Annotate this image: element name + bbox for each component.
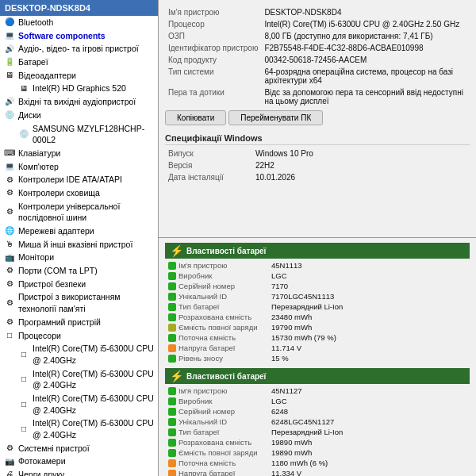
battery-field-value: LGC <box>268 396 290 406</box>
tree-item[interactable]: 📷Фотокамери <box>0 455 158 468</box>
orange-status-icon <box>168 459 176 467</box>
battery-label-text: Тип батареї <box>178 428 220 436</box>
info-value: 8,00 ГБ (доступно для використання: 7,41… <box>261 30 470 42</box>
tree-item[interactable]: 🖱Миша й інші вказівні пристрої <box>0 238 158 251</box>
tree-item[interactable]: 💿Диски <box>0 109 158 122</box>
battery1-table: Ім'я пристрою45N1113ВиробникLGCСерійний … <box>165 260 470 363</box>
tree-item-label: Software components <box>18 30 106 42</box>
audio-icon: 🔊 <box>3 44 16 55</box>
tree-item[interactable]: 🖥Intel(R) HD Graphics 520 <box>0 82 158 95</box>
tree-item[interactable]: ⚙Контролери універсальної послідовної ши… <box>0 200 158 225</box>
battery-row: Унікальний ID6248LGC45N1127 <box>165 416 470 427</box>
tree-item-label: Intel(R) Core(TM) i5-6300U CPU @ 2.40GHz <box>33 393 158 416</box>
info-value: Відс за допомогою пера та сенсорний ввід… <box>261 86 470 107</box>
tree-item-label: Черги друку <box>18 469 64 476</box>
gear-icon: ⚙ <box>3 175 16 186</box>
disk-icon: 💿 <box>3 109 16 121</box>
tree-item[interactable]: ⚙Системні пристрої <box>0 442 158 455</box>
перейменувати-пк-button[interactable]: Перейменувати ПК <box>228 110 323 125</box>
battery-row: Ємність повної заряди19790 mWh <box>165 322 470 332</box>
tree-item[interactable]: ⚙Програмний пристрій <box>0 316 158 329</box>
tree-item-label: Фотокамери <box>18 455 66 467</box>
tree-item-label: Процесори <box>18 330 61 342</box>
battery2-section: ⚡ Властивості батареї Ім'я пристрою45N11… <box>165 368 470 476</box>
tree-item-label: Пристрої безпеки <box>18 278 86 290</box>
battery-field-label: Тип батареї <box>165 301 268 312</box>
tree-item-label: Intel(R) HD Graphics 520 <box>33 83 126 94</box>
battery-field-label: Виробник <box>165 396 268 406</box>
tree-item[interactable]: ⚙Контролери IDE ATA/ATAPI <box>0 173 158 186</box>
windows-info-value: 10.01.2026 <box>252 171 470 183</box>
battery-row: Тип батареїПерезарядний Li-Ion <box>165 427 470 437</box>
tree-item[interactable]: ⌨Клавіатури <box>0 147 158 160</box>
tree-item[interactable]: ⚙Пристрої з використанням технології пам… <box>0 290 158 315</box>
device-manager-tree[interactable]: DESKTOP-NDSK8D4 🔵Bluetooth💻Software comp… <box>0 0 159 476</box>
tree-item-label: Системні пристрої <box>18 443 90 455</box>
tree-item[interactable]: ⚙Пристрої безпеки <box>0 278 158 291</box>
battery-field-label: Ємність повної заряди <box>165 322 268 332</box>
tree-item[interactable]: □Intel(R) Core(TM) i5-6300U CPU @ 2.40GH… <box>0 367 158 392</box>
battery-label-text: Виробник <box>178 271 212 280</box>
tree-item[interactable]: 🔊Вхідні та вихідні аудіопристрої <box>0 95 158 109</box>
battery-field-label: Рівень зносу <box>165 353 268 363</box>
battery-label-text: Виробник <box>178 397 212 405</box>
info-label: Ідентифікатор пристрою <box>165 42 261 54</box>
battery-field-label: Напруга батареї <box>165 343 268 353</box>
battery-field-value: 19790 mWh <box>268 322 315 332</box>
green-status-icon <box>168 313 176 321</box>
battery-field-value: 15730 mWh (79 %) <box>268 332 340 343</box>
battery-field-value: 7170LGC45N1113 <box>268 291 337 301</box>
tree-item[interactable]: 🔵Bluetooth <box>0 16 158 29</box>
tree-item[interactable]: 🔊Аудіо-, відео- та ігрові пристрої <box>0 42 158 56</box>
proc-icon: □ <box>17 349 30 360</box>
battery-row: Ємність повної заряди19890 mWh <box>165 447 470 458</box>
battery-field-label: Ім'я пристрою <box>165 260 268 271</box>
tree-item[interactable]: 📺Монітори <box>0 251 158 264</box>
info-row: Код продукту00342-50618-72456-AACEM <box>165 54 470 66</box>
green-status-icon <box>168 387 176 395</box>
info-value: 64-розрядна операційна система, процесор… <box>261 66 470 86</box>
battery-row: Серійний номер6248 <box>165 406 470 416</box>
battery-label-text: Ємність повної заряди <box>178 323 258 332</box>
tree-item[interactable]: □Intel(R) Core(TM) i5-6300U CPU @ 2.40GH… <box>0 416 158 441</box>
windows-section-title: Специфікації Windows <box>165 133 470 145</box>
tree-item[interactable]: □Intel(R) Core(TM) i5-6300U CPU @ 2.40GH… <box>0 342 158 367</box>
network-icon: 🌐 <box>3 225 16 236</box>
battery1-header: ⚡ Властивості батареї <box>165 243 470 259</box>
tree-item[interactable]: □Процесори <box>0 329 158 343</box>
battery-row: Поточна ємність15730 mWh (79 %) <box>165 332 470 343</box>
monitor-icon: 📺 <box>3 252 16 263</box>
bt-icon: 🔵 <box>3 17 16 28</box>
tree-item[interactable]: 💿SAMSUNG MZYLF128HCHP-000L2 <box>0 122 158 147</box>
tree-item[interactable]: 🖥Відеоадаптери <box>0 69 158 83</box>
battery-field-label: Напруга батареї <box>165 468 268 476</box>
battery-field-value: 7170 <box>268 281 291 291</box>
battery-field-value: LGC <box>268 271 290 281</box>
battery-field-label: Ємність повної заряди <box>165 447 268 458</box>
tree-item[interactable]: 💻Комп'ютер <box>0 160 158 174</box>
battery-field-value: Перезарядний Li-Ion <box>268 301 346 312</box>
mouse-icon: 🖱 <box>3 239 16 250</box>
battery-row: Рівень зносу15 % <box>165 353 470 363</box>
tree-item[interactable]: ⚙Порти (COM та LPT) <box>0 264 158 278</box>
tree-item-label: Пристрої з використанням технології пам'… <box>18 291 158 314</box>
tree-item[interactable]: ⚙Контролери сховища <box>0 186 158 200</box>
tree-item[interactable]: 🖨Черги друку <box>0 468 158 476</box>
tree-item[interactable]: 🔋Батареї <box>0 56 158 69</box>
battery-field-value: 23480 mWh <box>268 312 315 322</box>
gear-icon: ⚙ <box>3 298 16 309</box>
system-info-table: Ім'я пристроюDESKTOP-NDSK8D4ПроцесорInte… <box>165 6 470 107</box>
копіювати-button[interactable]: Копіювати <box>165 110 226 125</box>
battery-label-text: Ім'я пристрою <box>178 386 227 395</box>
windows-info-label: Випуск <box>165 148 252 159</box>
windows-info-label: Дата інсталяції <box>165 171 252 183</box>
comp-icon: 💻 <box>3 161 16 172</box>
tree-item[interactable]: 💻Software components <box>0 29 158 43</box>
info-label: Пера та дотики <box>165 86 261 107</box>
tree-item[interactable]: 🌐Мережеві адаптери <box>0 225 158 238</box>
tree-item[interactable]: □Intel(R) Core(TM) i5-6300U CPU @ 2.40GH… <box>0 392 158 416</box>
info-label: Код продукту <box>165 54 261 66</box>
battery-field-label: Поточна ємність <box>165 332 268 343</box>
battery-label-text: Ємність повної заряди <box>178 448 258 457</box>
battery-row: Розрахована ємність19890 mWh <box>165 437 470 447</box>
